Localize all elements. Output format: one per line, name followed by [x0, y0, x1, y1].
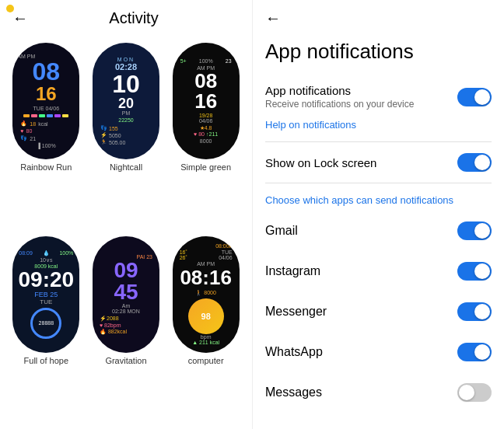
app-row-whatsapp: WhatsApp	[253, 332, 504, 372]
watch-face-rainbow-run: AM PM 08 16 TUE 04/06 🔥18kcal	[12, 43, 79, 159]
watch-label-rainbow-run: Rainbow Run	[20, 162, 72, 172]
left-panel: ← Activity AM PM 08 16 TUE 04/06	[0, 0, 252, 429]
page-title: App notifications	[253, 33, 504, 76]
watch-label-nightcall: Nightcall	[110, 162, 142, 172]
watch-label-gravitation: Gravitation	[105, 356, 146, 365]
watch-face-simple-green: 5+ 100% 23 AM PM 08 16 19/28 04/06 ★4.8	[173, 43, 240, 159]
watch-label-full-of-hope: Full of hope	[24, 356, 68, 365]
watch-grid: AM PM 08 16 TUE 04/06 🔥18kcal	[0, 37, 252, 429]
app-toggle-gmail[interactable]	[457, 221, 492, 240]
right-panel: ← App notifications App notifications Re…	[252, 0, 504, 429]
watch-face-full-of-hope: 08:09 💧 100% 10∨s 8009 kcal 09:20 FEB 25…	[12, 236, 79, 353]
app-name-instagram: Instagram	[265, 264, 320, 278]
apps-section-title: Choose which apps can send notifications	[253, 187, 504, 211]
app-toggle-whatsapp[interactable]	[457, 343, 492, 361]
watch-item-gravitation[interactable]: PAI 23 09 45 Am 02:28 MON ⚡2088 ♥ 82bpm …	[89, 236, 163, 424]
app-notifications-row: App notifications Receive notifications …	[253, 76, 504, 117]
app-toggle-messenger[interactable]	[457, 302, 492, 321]
watch-item-rainbow-run[interactable]: AM PM 08 16 TUE 04/06 🔥18kcal	[9, 43, 83, 230]
app-name-gmail: Gmail	[265, 224, 298, 238]
watch-label-computer: computer	[188, 356, 224, 365]
app-notifications-title: App notifications	[265, 84, 448, 97]
left-top-bar: ← Activity	[0, 0, 252, 37]
app-toggle-instagram[interactable]	[457, 262, 492, 281]
show-on-lock-screen-text: Show on Lock screen	[265, 156, 457, 169]
app-name-whatsapp: WhatsApp	[265, 345, 323, 359]
app-row-instagram: Instagram	[253, 251, 504, 291]
watch-item-full-of-hope[interactable]: 08:09 💧 100% 10∨s 8009 kcal 09:20 FEB 25…	[9, 236, 83, 424]
watch-face-computer: 08:00▸ 16˚ TUE 26˚ 04/06 AM PM 08:16 🚶 8…	[173, 236, 240, 353]
watch-face-gravitation: PAI 23 09 45 Am 02:28 MON ⚡2088 ♥ 82bpm …	[93, 236, 159, 353]
divider-1	[265, 141, 492, 142]
app-name-messages: Messages	[265, 385, 322, 399]
show-on-lock-screen-toggle[interactable]	[457, 153, 492, 172]
status-indicator-left	[6, 5, 14, 12]
app-row-gmail: Gmail	[253, 211, 504, 251]
right-top-bar: ←	[253, 0, 504, 33]
back-button-left[interactable]: ←	[12, 9, 28, 27]
app-notifications-subtitle: Receive notifications on your device	[265, 99, 448, 110]
app-notifications-toggle[interactable]	[457, 88, 492, 106]
watch-item-nightcall[interactable]: MON 02:28 10 20 PM 22250 👣155 ⚡5050	[89, 43, 163, 230]
app-toggle-messages[interactable]	[457, 383, 492, 402]
watch-face-nightcall: MON 02:28 10 20 PM 22250 👣155 ⚡5050	[93, 43, 159, 159]
show-on-lock-screen-row: Show on Lock screen	[253, 145, 504, 180]
watch-label-simple-green: Simple green	[180, 162, 231, 172]
back-button-right[interactable]: ←	[265, 9, 281, 27]
divider-2	[265, 183, 492, 183]
app-name-messenger: Messenger	[265, 305, 327, 319]
watch-item-simple-green[interactable]: 5+ 100% 23 AM PM 08 16 19/28 04/06 ★4.8	[169, 43, 243, 230]
left-panel-title: Activity	[28, 9, 240, 27]
watch-item-computer[interactable]: 08:00▸ 16˚ TUE 26˚ 04/06 AM PM 08:16 🚶 8…	[169, 236, 243, 424]
help-link[interactable]: Help on notifications	[253, 117, 504, 138]
show-on-lock-screen-title: Show on Lock screen	[265, 156, 448, 169]
app-row-messages: Messages	[253, 372, 504, 413]
app-notifications-text: App notifications Receive notifications …	[265, 84, 457, 110]
app-row-messenger: Messenger	[253, 291, 504, 332]
